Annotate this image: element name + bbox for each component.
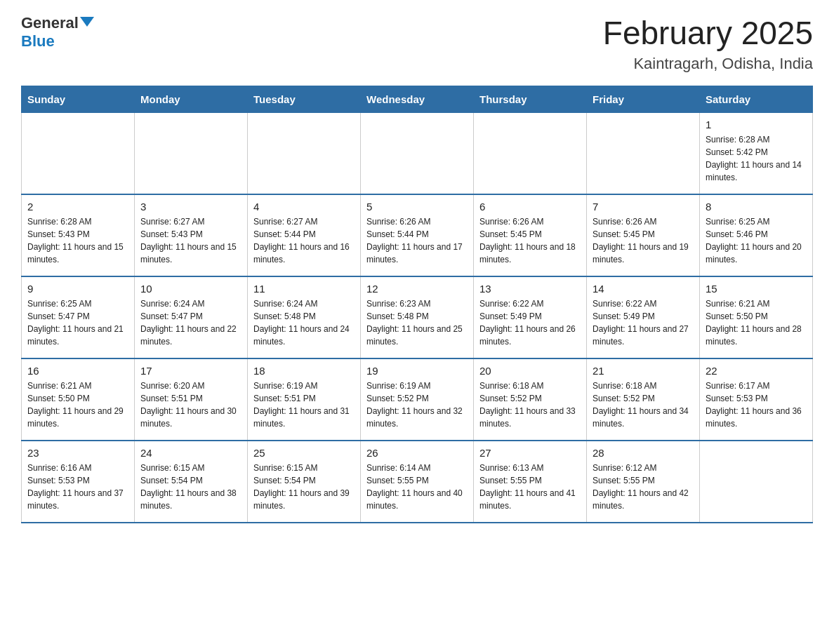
calendar-cell: 9Sunrise: 6:25 AM Sunset: 5:47 PM Daylig… — [22, 276, 135, 358]
calendar-week-row: 16Sunrise: 6:21 AM Sunset: 5:50 PM Dayli… — [22, 358, 813, 441]
day-info: Sunrise: 6:22 AM Sunset: 5:49 PM Dayligh… — [479, 297, 581, 348]
day-number: 13 — [479, 283, 581, 295]
day-info: Sunrise: 6:12 AM Sunset: 5:55 PM Dayligh… — [593, 462, 694, 512]
day-number: 27 — [479, 447, 581, 459]
calendar-cell — [700, 441, 813, 523]
weekday-header-row: SundayMondayTuesdayWednesdayThursdayFrid… — [22, 86, 813, 113]
day-number: 7 — [593, 201, 694, 213]
day-info: Sunrise: 6:20 AM Sunset: 5:51 PM Dayligh… — [140, 380, 241, 430]
day-info: Sunrise: 6:26 AM Sunset: 5:44 PM Dayligh… — [366, 215, 468, 266]
day-number: 16 — [27, 365, 128, 377]
day-number: 1 — [706, 119, 807, 130]
calendar-week-row: 1Sunrise: 6:28 AM Sunset: 5:42 PM Daylig… — [22, 113, 813, 195]
day-info: Sunrise: 6:18 AM Sunset: 5:52 PM Dayligh… — [593, 380, 694, 430]
day-info: Sunrise: 6:28 AM Sunset: 5:42 PM Dayligh… — [706, 133, 807, 184]
day-number: 5 — [366, 201, 468, 213]
calendar-cell: 16Sunrise: 6:21 AM Sunset: 5:50 PM Dayli… — [22, 358, 135, 441]
calendar-cell — [248, 113, 361, 195]
weekday-header-monday: Monday — [135, 86, 248, 113]
calendar-cell: 5Sunrise: 6:26 AM Sunset: 5:44 PM Daylig… — [361, 194, 474, 276]
day-info: Sunrise: 6:13 AM Sunset: 5:55 PM Dayligh… — [479, 462, 581, 512]
day-info: Sunrise: 6:15 AM Sunset: 5:54 PM Dayligh… — [140, 462, 241, 512]
day-number: 10 — [140, 283, 241, 295]
day-number: 22 — [706, 365, 807, 377]
calendar-week-row: 23Sunrise: 6:16 AM Sunset: 5:53 PM Dayli… — [22, 441, 813, 523]
calendar-cell: 18Sunrise: 6:19 AM Sunset: 5:51 PM Dayli… — [248, 358, 361, 441]
calendar-cell: 21Sunrise: 6:18 AM Sunset: 5:52 PM Dayli… — [587, 358, 700, 441]
day-number: 24 — [140, 447, 241, 459]
calendar-cell: 8Sunrise: 6:25 AM Sunset: 5:46 PM Daylig… — [700, 194, 813, 276]
calendar-cell: 10Sunrise: 6:24 AM Sunset: 5:47 PM Dayli… — [135, 276, 248, 358]
calendar-cell: 22Sunrise: 6:17 AM Sunset: 5:53 PM Dayli… — [700, 358, 813, 441]
calendar-cell: 20Sunrise: 6:18 AM Sunset: 5:52 PM Dayli… — [474, 358, 587, 441]
calendar-cell: 15Sunrise: 6:21 AM Sunset: 5:50 PM Dayli… — [700, 276, 813, 358]
day-info: Sunrise: 6:16 AM Sunset: 5:53 PM Dayligh… — [27, 462, 128, 512]
calendar-week-row: 2Sunrise: 6:28 AM Sunset: 5:43 PM Daylig… — [22, 194, 813, 276]
calendar-cell: 3Sunrise: 6:27 AM Sunset: 5:43 PM Daylig… — [135, 194, 248, 276]
day-info: Sunrise: 6:25 AM Sunset: 5:47 PM Dayligh… — [27, 297, 128, 348]
calendar-cell: 27Sunrise: 6:13 AM Sunset: 5:55 PM Dayli… — [474, 441, 587, 523]
day-number: 15 — [706, 283, 807, 295]
day-number: 9 — [27, 283, 128, 295]
day-number: 3 — [140, 201, 241, 213]
weekday-header-tuesday: Tuesday — [248, 86, 361, 113]
day-number: 12 — [366, 283, 468, 295]
day-info: Sunrise: 6:15 AM Sunset: 5:54 PM Dayligh… — [253, 462, 355, 512]
day-info: Sunrise: 6:18 AM Sunset: 5:52 PM Dayligh… — [479, 380, 581, 430]
day-info: Sunrise: 6:27 AM Sunset: 5:43 PM Dayligh… — [140, 215, 241, 266]
calendar-cell: 28Sunrise: 6:12 AM Sunset: 5:55 PM Dayli… — [587, 441, 700, 523]
day-number: 23 — [27, 447, 128, 459]
calendar-cell: 25Sunrise: 6:15 AM Sunset: 5:54 PM Dayli… — [248, 441, 361, 523]
calendar-cell: 23Sunrise: 6:16 AM Sunset: 5:53 PM Dayli… — [22, 441, 135, 523]
day-number: 17 — [140, 365, 241, 377]
weekday-header-wednesday: Wednesday — [361, 86, 474, 113]
day-number: 18 — [253, 365, 355, 377]
day-number: 28 — [593, 447, 694, 459]
day-number: 21 — [593, 365, 694, 377]
calendar-cell — [135, 113, 248, 195]
calendar-cell: 13Sunrise: 6:22 AM Sunset: 5:49 PM Dayli… — [474, 276, 587, 358]
day-info: Sunrise: 6:22 AM Sunset: 5:49 PM Dayligh… — [593, 297, 694, 348]
day-info: Sunrise: 6:24 AM Sunset: 5:47 PM Dayligh… — [140, 297, 241, 348]
weekday-header-sunday: Sunday — [22, 86, 135, 113]
calendar-cell: 7Sunrise: 6:26 AM Sunset: 5:45 PM Daylig… — [587, 194, 700, 276]
calendar-cell: 14Sunrise: 6:22 AM Sunset: 5:49 PM Dayli… — [587, 276, 700, 358]
day-info: Sunrise: 6:25 AM Sunset: 5:46 PM Dayligh… — [706, 215, 807, 266]
day-number: 19 — [366, 365, 468, 377]
logo-triangle-icon — [80, 17, 94, 27]
day-info: Sunrise: 6:28 AM Sunset: 5:43 PM Dayligh… — [27, 215, 128, 266]
day-info: Sunrise: 6:27 AM Sunset: 5:44 PM Dayligh… — [253, 215, 355, 266]
day-number: 8 — [706, 201, 807, 213]
day-number: 11 — [253, 283, 355, 295]
day-number: 4 — [253, 201, 355, 213]
day-number: 6 — [479, 201, 581, 213]
calendar-cell — [361, 113, 474, 195]
day-number: 25 — [253, 447, 355, 459]
calendar-cell: 12Sunrise: 6:23 AM Sunset: 5:48 PM Dayli… — [361, 276, 474, 358]
day-info: Sunrise: 6:24 AM Sunset: 5:48 PM Dayligh… — [253, 297, 355, 348]
calendar-cell: 6Sunrise: 6:26 AM Sunset: 5:45 PM Daylig… — [474, 194, 587, 276]
logo-general-text: General — [21, 14, 79, 32]
day-info: Sunrise: 6:14 AM Sunset: 5:55 PM Dayligh… — [366, 462, 468, 512]
day-info: Sunrise: 6:19 AM Sunset: 5:52 PM Dayligh… — [366, 380, 468, 430]
calendar-cell — [22, 113, 135, 195]
calendar-cell: 26Sunrise: 6:14 AM Sunset: 5:55 PM Dayli… — [361, 441, 474, 523]
calendar-cell: 17Sunrise: 6:20 AM Sunset: 5:51 PM Dayli… — [135, 358, 248, 441]
weekday-header-thursday: Thursday — [474, 86, 587, 113]
location-title: Kaintragarh, Odisha, India — [603, 55, 813, 73]
day-number: 26 — [366, 447, 468, 459]
calendar-cell: 11Sunrise: 6:24 AM Sunset: 5:48 PM Dayli… — [248, 276, 361, 358]
logo: General Blue — [21, 14, 94, 51]
day-info: Sunrise: 6:26 AM Sunset: 5:45 PM Dayligh… — [479, 215, 581, 266]
day-info: Sunrise: 6:21 AM Sunset: 5:50 PM Dayligh… — [27, 380, 128, 430]
weekday-header-friday: Friday — [587, 86, 700, 113]
day-number: 20 — [479, 365, 581, 377]
logo-blue-text: Blue — [21, 32, 55, 51]
calendar-cell: 19Sunrise: 6:19 AM Sunset: 5:52 PM Dayli… — [361, 358, 474, 441]
day-number: 2 — [27, 201, 128, 213]
day-info: Sunrise: 6:23 AM Sunset: 5:48 PM Dayligh… — [366, 297, 468, 348]
page-header: General Blue February 2025 Kaintragarh, … — [21, 14, 813, 73]
day-info: Sunrise: 6:21 AM Sunset: 5:50 PM Dayligh… — [706, 297, 807, 348]
day-info: Sunrise: 6:26 AM Sunset: 5:45 PM Dayligh… — [593, 215, 694, 266]
day-info: Sunrise: 6:19 AM Sunset: 5:51 PM Dayligh… — [253, 380, 355, 430]
